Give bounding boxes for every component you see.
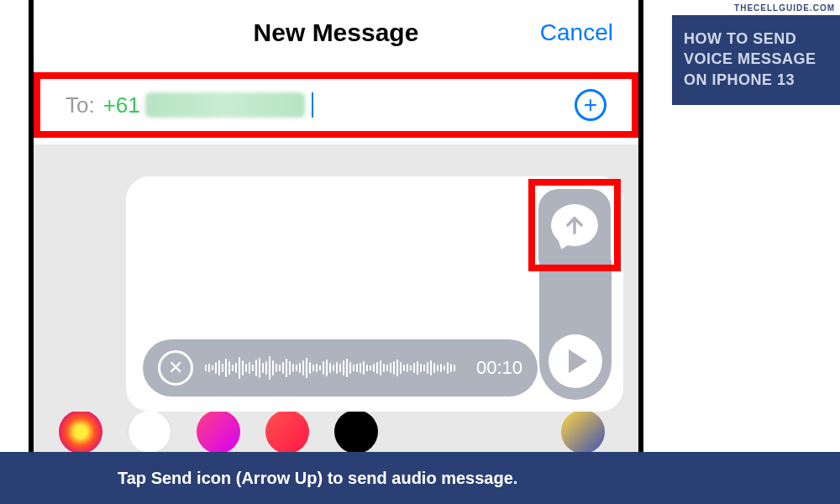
instruction-text: Tap Send icon (Arrow Up) to send audio m… <box>118 469 517 488</box>
memoji-app-icon[interactable] <box>334 412 378 452</box>
recipient-highlight: To: +61 + <box>34 72 638 138</box>
app-store-icon[interactable] <box>128 412 171 452</box>
article-sidebar: THECELLGUIDE.COM HOW TO SEND VOICE MESSA… <box>672 0 840 504</box>
recipient-prefix: +61 <box>103 92 140 118</box>
imessage-app-dock <box>34 412 638 452</box>
page-title: New Message <box>254 18 419 47</box>
send-audio-button[interactable] <box>538 189 611 261</box>
recipient-number-redacted <box>145 92 305 118</box>
audio-message-card: ✕ 00:10 <box>126 176 623 412</box>
speech-bubble-icon <box>551 204 598 246</box>
phone-bezel-right <box>638 0 643 504</box>
article-title: HOW TO SEND VOICE MESSAGE ON IPHONE 13 <box>684 29 828 90</box>
arrow-up-icon <box>563 213 586 237</box>
close-icon: ✕ <box>168 357 183 379</box>
music-app-icon[interactable] <box>197 412 240 452</box>
waveform-icon <box>205 353 465 383</box>
delete-audio-button[interactable]: ✕ <box>158 350 193 386</box>
site-watermark: THECELLGUIDE.COM <box>734 3 835 13</box>
tutorial-slide: New Message Cancel To: +61 + <box>0 0 840 504</box>
photos-app-icon[interactable] <box>59 412 102 452</box>
article-title-banner: HOW TO SEND VOICE MESSAGE ON IPHONE 13 <box>672 15 840 105</box>
to-label: To: <box>66 92 95 118</box>
text-cursor <box>312 92 313 118</box>
divider <box>34 144 638 160</box>
audio-waveform-pill: ✕ 00:10 <box>143 339 538 396</box>
plus-icon: + <box>584 92 597 118</box>
audio-duration: 00:10 <box>476 357 522 379</box>
cancel-button[interactable]: Cancel <box>540 19 613 46</box>
add-contact-button[interactable]: + <box>575 89 606 121</box>
recipient-row[interactable]: To: +61 + <box>50 79 622 131</box>
play-audio-button[interactable] <box>549 334 602 388</box>
play-icon <box>569 349 587 373</box>
message-header: New Message Cancel <box>34 0 638 66</box>
send-highlight <box>528 179 621 271</box>
audio-control-column <box>539 260 612 400</box>
fitness-app-icon[interactable] <box>265 412 309 452</box>
games-app-icon[interactable] <box>561 412 605 452</box>
